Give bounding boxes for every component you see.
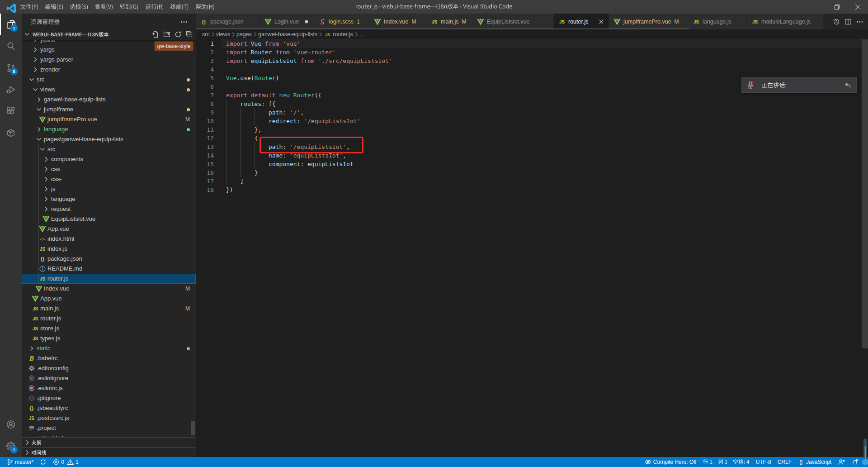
breadcrumb-item[interactable]: ganwei-base-equip-lists (258, 31, 317, 38)
tree-item-views[interactable]: views (22, 85, 196, 95)
tree-item-router.js[interactable]: JSrouter.js (22, 274, 196, 284)
reply-arrow-icon[interactable] (843, 81, 851, 89)
tree-item-router.js[interactable]: JSrouter.js (22, 314, 196, 324)
explorer-section-header[interactable] (22, 29, 196, 40)
tree-item-css-[interactable]: css- (22, 174, 196, 184)
split-editor-icon[interactable] (844, 18, 852, 25)
tab-package.json[interactable]: {}package.json (196, 14, 260, 29)
tree-item-language[interactable]: language (22, 124, 196, 134)
tree-item-.jsbeautifyrc[interactable]: {}.jsbeautifyrc (22, 403, 196, 413)
tab-EquipListslot.vue[interactable]: EquipListslot.vue (472, 14, 554, 29)
tab-Login.vue[interactable]: Login.vue (260, 14, 314, 29)
tree-item-index.html[interactable]: <>index.html (22, 433, 196, 437)
tree-item-.babelrc[interactable]: B.babelrc (22, 353, 196, 363)
minimize-button[interactable] (806, 0, 826, 14)
tree-item-src[interactable]: src (22, 144, 196, 154)
history-icon[interactable] (833, 18, 840, 25)
sidebar-scrollbar[interactable] (191, 421, 195, 435)
tree-item-language[interactable]: language (22, 194, 196, 204)
tree-item-store.js[interactable]: JSstore.js (22, 324, 196, 334)
menu-view[interactable] (95, 0, 113, 14)
tree-item-css[interactable]: css (22, 164, 196, 174)
explorer-more-actions-icon[interactable] (180, 18, 188, 25)
tree-item-.project[interactable]: .project (22, 423, 196, 433)
tree-item-js[interactable]: js (22, 184, 196, 194)
tree-item-jumpIframe[interactable]: jumpIframe (22, 105, 196, 114)
tree-item-.editorconfig[interactable]: .editorconfig (22, 363, 196, 373)
code-editor[interactable]: 1import Vue from 'vue'2import Router fro… (196, 39, 868, 457)
tree-item-README.md[interactable]: README.md (22, 264, 196, 274)
tree-item-index.js[interactable]: JSindex.js (22, 244, 196, 254)
status-problems[interactable]: 01 (50, 457, 81, 467)
tree-item-types.js[interactable]: JStypes.js (22, 334, 196, 343)
tree-item-ganwei-base-equip-lists[interactable]: ganwei-base-equip-lists (22, 95, 196, 105)
activitybar-extensions[interactable] (0, 100, 22, 122)
dirty-dot-icon[interactable] (302, 18, 310, 25)
menu-goto[interactable] (120, 0, 138, 14)
tree-item-Index.vue[interactable]: Index.vueM (22, 284, 196, 294)
menu-edit[interactable] (45, 0, 63, 14)
tabbar-scrollbar[interactable] (196, 28, 689, 29)
tab-router.js[interactable]: JSrouter.js (554, 14, 609, 29)
tree-item-.gitignore[interactable]: .gitignore (22, 393, 196, 403)
activitybar-account[interactable] (0, 414, 22, 435)
refresh-icon[interactable] (175, 31, 182, 38)
panel-outline[interactable] (22, 437, 196, 447)
menu-term[interactable] (170, 0, 188, 14)
activitybar-package[interactable] (0, 122, 22, 144)
activitybar-run-debug[interactable] (0, 79, 22, 100)
breadcrumb-file[interactable]: router.js (333, 31, 353, 38)
status-eol[interactable]: CRLF (774, 457, 795, 467)
breadcrumb[interactable]: srcviewspagesganwei-base-equip-listsJSro… (202, 29, 364, 39)
menu-sel[interactable] (70, 0, 88, 14)
status-notifications[interactable] (848, 457, 862, 467)
breadcrumb-item[interactable]: pages (236, 31, 252, 38)
tree-item-.eslintignore[interactable]: .eslintignore (22, 373, 196, 383)
status-branch[interactable]: master* (4, 457, 37, 467)
editor-scrollbar[interactable] (862, 39, 868, 348)
status-language-mode[interactable]: {}JavaScript (795, 457, 835, 467)
close-button[interactable] (847, 0, 868, 14)
menu-help[interactable] (196, 0, 214, 14)
activitybar-source-control[interactable]: 8 (0, 57, 22, 79)
tree-item-pages_ganwei-base-equip-lists[interactable]: pages\ganwei-base-equip-lists (22, 134, 196, 144)
status-cursor-position[interactable] (700, 457, 731, 467)
collapse-all-icon[interactable] (186, 31, 193, 38)
tree-item-.eslintrc.js[interactable]: .eslintrc.js (22, 383, 196, 393)
tab-language.js[interactable]: JSlanguage.js (688, 14, 747, 29)
status-sync[interactable] (37, 457, 50, 467)
menu-file[interactable] (20, 0, 38, 14)
tree-item-App.vue[interactable]: App.vue (22, 294, 196, 304)
breadcrumb-item[interactable]: views (216, 31, 230, 38)
status-indentation[interactable] (730, 457, 752, 467)
tree-item-package.json[interactable]: {}package.json (22, 254, 196, 264)
activitybar-explorer[interactable]: 1 (0, 14, 22, 35)
tab-Index.vue[interactable]: Index.vueM (369, 14, 426, 29)
more-actions-icon[interactable] (856, 18, 863, 25)
tree-item-components[interactable]: components (22, 154, 196, 164)
tree-item-src[interactable]: src (22, 75, 196, 85)
new-folder-icon[interactable] (163, 31, 170, 38)
tree-item-static[interactable]: static (22, 343, 196, 353)
tree-item-EquipListslot.vue[interactable]: EquipListslot.vue (22, 214, 196, 224)
activitybar-settings[interactable]: 1 (0, 435, 22, 457)
breadcrumb-more[interactable]: ... (359, 31, 364, 38)
status-encoding[interactable]: UTF-8 (753, 457, 774, 467)
tab-main.js[interactable]: JSmain.jsM (426, 14, 472, 29)
tree-item-zrender[interactable]: zrender (22, 65, 196, 75)
tab-moduleLanguage.js[interactable]: JSmoduleLanguage.js (747, 14, 824, 29)
tab-jumpIframePro.vue[interactable]: jumpIframePro.vueM (609, 14, 688, 29)
status-feedback[interactable] (835, 457, 848, 467)
tree-item-App.vue[interactable]: App.vue (22, 224, 196, 234)
tree-item-request[interactable]: request (22, 204, 196, 214)
restore-button[interactable] (826, 0, 847, 14)
menu-run[interactable] (146, 0, 164, 14)
tree-item-main.js[interactable]: JSmain.jsM (22, 304, 196, 314)
tab-login.scss[interactable]: login.scss1 (314, 14, 369, 29)
tree-item-jumpIframePro.vue[interactable]: jumpIframePro.vueM (22, 114, 196, 124)
new-file-icon[interactable] (152, 31, 159, 38)
breadcrumb-item[interactable]: src (202, 31, 210, 38)
tree-item-index.html[interactable]: <>index.html (22, 234, 196, 244)
tree-item-.postcssrc.js[interactable]: JS.postcssrc.js (22, 413, 196, 423)
tree-item-yargs-parser[interactable]: yargs-parser (22, 55, 196, 65)
